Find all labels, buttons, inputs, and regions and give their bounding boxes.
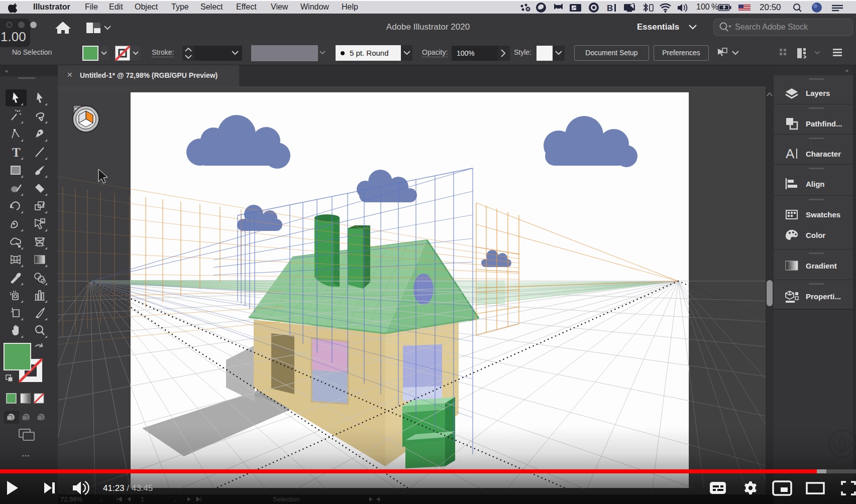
svg-text:Color: Color bbox=[806, 231, 825, 239]
svg-text:Pathfind...: Pathfind... bbox=[806, 119, 842, 128]
svg-text:100%: 100% bbox=[457, 49, 475, 57]
svg-text:B: B bbox=[607, 4, 613, 13]
svg-text:Layers: Layers bbox=[806, 89, 830, 97]
svg-text:Character: Character bbox=[806, 150, 841, 158]
svg-text:Gradient: Gradient bbox=[806, 262, 837, 270]
svg-text:Properti...: Properti... bbox=[806, 292, 841, 301]
svg-text:A: A bbox=[786, 146, 795, 161]
svg-text:T: T bbox=[12, 146, 21, 159]
svg-text:5 pt. Round: 5 pt. Round bbox=[350, 49, 389, 57]
svg-text:Align: Align bbox=[806, 180, 825, 188]
svg-text:«: « bbox=[5, 68, 8, 74]
svg-text:«: « bbox=[845, 67, 848, 73]
svg-text:Swatches: Swatches bbox=[806, 210, 840, 219]
